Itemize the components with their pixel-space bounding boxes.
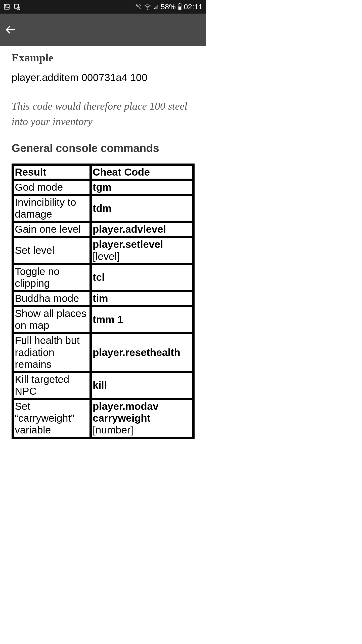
app-bar <box>0 14 206 46</box>
cheat-code-bold: player.modav carryweight <box>93 400 159 424</box>
cheat-cell: tmm 1 <box>91 306 193 333</box>
cheat-code-param: [level] <box>93 251 120 262</box>
content-area[interactable]: Example player.additem 000731a4 100 This… <box>0 46 206 439</box>
example-description: This code would therefore place 100 stee… <box>12 99 195 129</box>
cheat-code-bold: tgm <box>93 181 112 193</box>
result-cell: Set level <box>13 237 90 263</box>
example-heading: Example <box>12 51 195 64</box>
back-button[interactable] <box>5 24 16 35</box>
cheat-cell: player.resethealth <box>91 333 193 371</box>
example-code: player.additem 000731a4 100 <box>12 72 195 84</box>
svg-point-5 <box>147 9 148 9</box>
cheat-cell: player.setlevel [level] <box>91 237 193 263</box>
cheat-code-param: [number] <box>93 424 133 436</box>
cheat-cell: tdm <box>91 195 193 221</box>
cheat-code-bold: tcl <box>93 271 105 283</box>
status-right: 58% 02:11 <box>135 3 203 11</box>
battery-text: 58% <box>161 3 176 11</box>
commands-table: Result Cheat Code God modetgmInvincibili… <box>12 164 195 439</box>
table-row: Set levelplayer.setlevel [level] <box>13 237 193 263</box>
table-row: Full health but radiation remainsplayer.… <box>13 333 193 371</box>
table-row: Kill targeted NPCkill <box>13 372 193 398</box>
gallery-icon <box>4 4 10 10</box>
result-cell: Set “carryweight” variable <box>13 399 90 437</box>
result-cell: Buddha mode <box>13 291 90 306</box>
cheat-code-bold: player.advlevel <box>93 223 166 235</box>
svg-rect-8 <box>178 7 181 10</box>
table-row: Show all places on maptmm 1 <box>13 306 193 333</box>
table-row: Gain one levelplayer.advlevel <box>13 222 193 236</box>
cheat-code-bold: tdm <box>93 203 112 214</box>
wifi-icon <box>144 3 151 10</box>
cheat-cell: tim <box>91 291 193 306</box>
header-cheat: Cheat Code <box>91 165 193 179</box>
status-bar: 58% 02:11 <box>0 0 206 14</box>
cheat-code-bold: tim <box>93 293 108 304</box>
result-cell: Invincibility to damage <box>13 195 90 221</box>
screenshot-icon <box>14 3 21 10</box>
cheat-code-bold: player.resethealth <box>93 347 180 358</box>
result-cell: Show all places on map <box>13 306 90 333</box>
cheat-code-bold: tmm 1 <box>93 314 123 325</box>
table-row: Buddha modetim <box>13 291 193 306</box>
result-cell: Full health but radiation remains <box>13 333 90 371</box>
cheat-code-bold: player.setlevel <box>93 238 163 250</box>
cheat-cell: tcl <box>91 264 193 291</box>
cheat-cell: kill <box>91 372 193 398</box>
table-row: Toggle no clippingtcl <box>13 264 193 291</box>
cheat-code-bold: kill <box>93 379 107 391</box>
table-row: Set “carryweight” variableplayer.modav c… <box>13 399 193 437</box>
cheat-cell: tgm <box>91 180 193 194</box>
table-header-row: Result Cheat Code <box>13 165 193 179</box>
vibrate-icon <box>135 3 142 10</box>
section-heading: General console commands <box>12 142 195 154</box>
status-left <box>4 3 21 10</box>
result-cell: Gain one level <box>13 222 90 236</box>
header-result: Result <box>13 165 90 179</box>
result-cell: Kill targeted NPC <box>13 372 90 398</box>
cheat-cell: player.advlevel <box>91 222 193 236</box>
cheat-cell: player.modav carryweight [number] <box>91 399 193 437</box>
table-row: God modetgm <box>13 180 193 194</box>
result-cell: Toggle no clipping <box>13 264 90 291</box>
signal-icon <box>153 4 159 10</box>
svg-point-1 <box>5 5 6 6</box>
result-cell: God mode <box>13 180 90 194</box>
svg-rect-0 <box>4 4 9 9</box>
time-text: 02:11 <box>184 3 203 11</box>
table-row: Invincibility to damagetdm <box>13 195 193 221</box>
battery-icon <box>178 3 182 10</box>
